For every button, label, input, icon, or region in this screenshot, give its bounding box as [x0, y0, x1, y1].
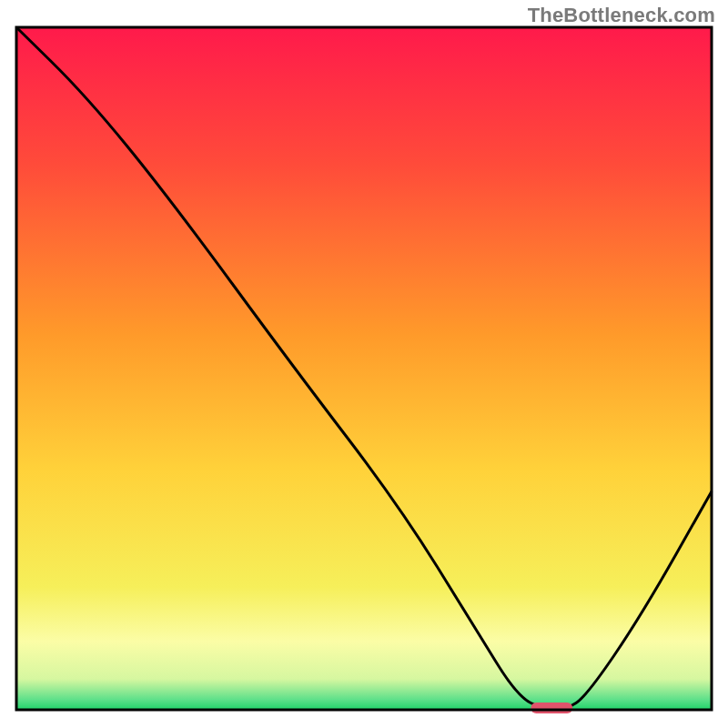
- bottleneck-chart: [0, 0, 728, 728]
- watermark-text: TheBottleneck.com: [528, 4, 715, 27]
- optimal-marker: [531, 703, 572, 713]
- chart-background: [16, 27, 712, 710]
